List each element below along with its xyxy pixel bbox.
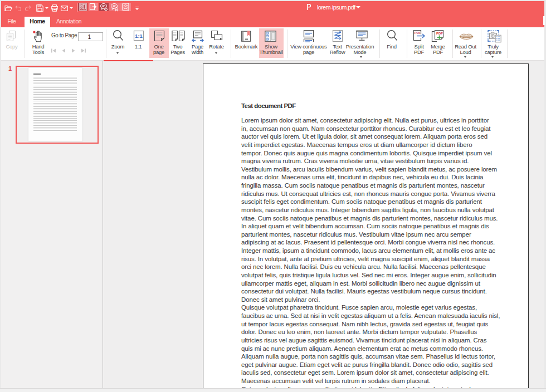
svg-text:PDF: PDF — [436, 32, 443, 35]
svg-text:PDF: PDF — [415, 31, 421, 35]
svg-text:1:1: 1:1 — [135, 33, 143, 39]
